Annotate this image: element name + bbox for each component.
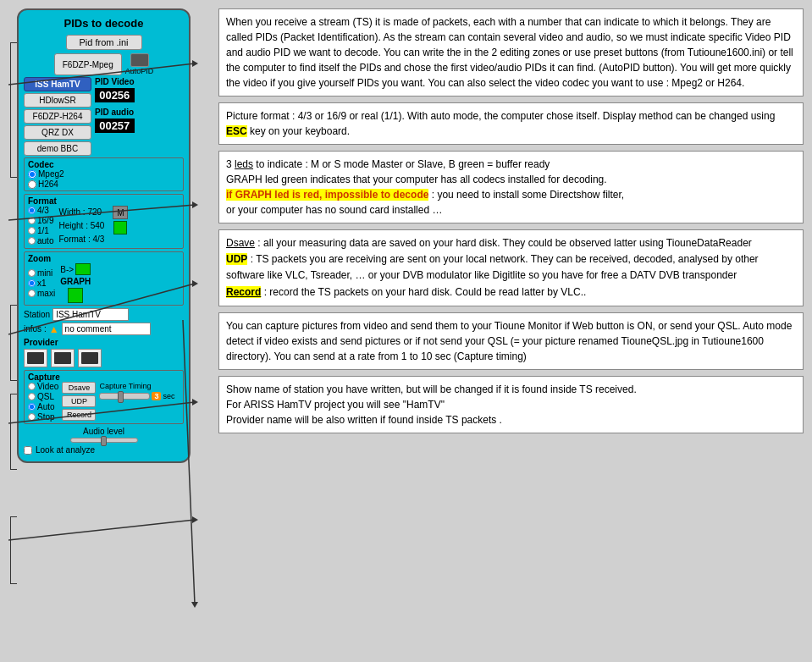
capture-qsl[interactable]: QSL [28, 392, 58, 401]
capture-section: Capture Video QSL Auto Stop Dsave UDP Re… [24, 370, 184, 424]
preset-iss-hamtv[interactable]: ISS HamTV [24, 77, 91, 91]
pid-audio-value[interactable]: 00257 [95, 119, 135, 133]
provider-icons-row [24, 349, 184, 367]
bracket-bot [10, 394, 17, 470]
dsave-button[interactable]: Dsave [62, 382, 96, 394]
info-box-6: Show name of station you have written, b… [218, 376, 804, 433]
info-text-3b: GRAPH led green indicates that your comp… [226, 172, 796, 187]
zoom-maxi[interactable]: maxi [28, 289, 55, 298]
zoom-x1[interactable]: x1 [28, 279, 55, 288]
preset-f6dzp-h264[interactable]: F6DZP-H264 [24, 109, 91, 124]
capture-video[interactable]: Video [28, 382, 58, 391]
info-text-6b: For ARISS HamTV project you will see "Ha… [226, 397, 796, 412]
capture-timing-label: Capture Timing [99, 382, 174, 390]
pid-from-ini-button[interactable]: Pid from .ini [66, 35, 142, 50]
bracket-mid [10, 305, 17, 381]
look-analyze-checkbox[interactable] [24, 446, 32, 455]
capture-auto[interactable]: Auto [28, 402, 58, 411]
codec-h264-option[interactable]: H264 [28, 179, 180, 189]
provider-icon-2[interactable] [51, 349, 75, 367]
format-11[interactable]: 1/1 [28, 226, 53, 235]
width-info: Width : 720 [58, 206, 104, 219]
codec-mpeg2-option[interactable]: Mpeg2 [28, 169, 180, 179]
zoom-label: Zoom [28, 254, 180, 263]
info-text-3a: 3 leds to indicate : M or S mode Master … [226, 157, 796, 172]
codec-label: Codec [28, 160, 180, 169]
timing-value: 3 [152, 392, 161, 400]
autopid-label: AutoPID [125, 67, 154, 75]
info-text-4c: Record : record the TS packets on your h… [226, 284, 796, 301]
right-panels: When you receive a stream (TS) it is mad… [218, 8, 804, 463]
format-info: Format : 4/3 [58, 233, 104, 246]
graph-warning: if GRAPH led is red, impossible to decod… [226, 189, 428, 201]
record-button[interactable]: Record [62, 409, 96, 421]
info-box-1: When you receive a stream (TS) it is mad… [218, 8, 804, 97]
b-led [75, 263, 91, 275]
svg-line-8 [8, 520, 195, 540]
graph-led [68, 288, 83, 303]
pid-video-value[interactable]: 00256 [95, 88, 135, 102]
tv-icon [130, 53, 149, 67]
provider-label: Provider [24, 338, 184, 347]
audio-slider[interactable] [70, 438, 138, 443]
infos-label: infos : [24, 324, 47, 334]
dsave-text: Dsave [226, 237, 255, 249]
timing-sec: sec [163, 392, 174, 400]
format-auto[interactable]: auto [28, 236, 53, 245]
bracket-last [10, 516, 17, 584]
codec-h264-radio[interactable] [28, 180, 36, 189]
timing-slider-thumb[interactable] [118, 391, 124, 403]
green-led-1 [113, 221, 127, 234]
look-analyze-label: Look at analyze [36, 445, 95, 455]
device-panel: PIDs to decode Pid from .ini F6DZP-Mpeg … [17, 8, 191, 463]
audio-slider-thumb[interactable] [101, 436, 107, 446]
preset-qrz-dx[interactable]: QRZ DX [24, 125, 91, 140]
svg-marker-11 [191, 602, 198, 608]
info-text-2: Picture format : 4/3 or 16/9 or real (1/… [226, 108, 796, 139]
svg-marker-9 [192, 516, 198, 523]
preset-demo-bbc[interactable]: demo BBC [24, 141, 91, 156]
info-text-6a: Show name of station you have written, b… [226, 382, 796, 397]
format-label: Format [28, 196, 180, 206]
info-box-3: 3 leds to indicate : M or S mode Master … [218, 151, 804, 223]
station-row: Station [24, 308, 184, 321]
capture-title: Capture [28, 372, 180, 382]
format-43[interactable]: 4/3 [28, 206, 53, 215]
info-text-4a: Dsave : all your measuring data are save… [226, 235, 796, 251]
record-text: Record [226, 286, 261, 298]
codec-mpeg2-radio[interactable] [28, 170, 36, 179]
info-text-1: When you receive a stream (TS) it is mad… [226, 14, 796, 91]
info-text-3c: if GRAPH led is red, impossible to decod… [226, 187, 796, 202]
b-arrow-section: B-> [60, 263, 91, 275]
autopid-section: AutoPID [125, 53, 154, 75]
preset-f6dzp-mpeg[interactable]: F6DZP-Mpeg [54, 53, 122, 75]
panel-title: PIDs to decode [24, 17, 184, 30]
m-indicator: M [113, 206, 128, 219]
height-info: Height : 540 [58, 219, 104, 233]
pid-video-label: PID Video [95, 77, 135, 86]
info-box-2: Picture format : 4/3 or 16/9 or real (1/… [218, 102, 804, 145]
udp-text: UDP [226, 253, 247, 265]
zoom-mini[interactable]: mini [28, 268, 55, 278]
codec-section: Codec Mpeg2 H264 [24, 157, 184, 191]
format-169[interactable]: 16/9 [28, 216, 53, 225]
format-section: Format 4/3 16/9 1/1 auto Width : 720 Hei… [24, 194, 184, 249]
info-box-4: Dsave : all your measuring data are save… [218, 229, 804, 306]
preset-hdlowsr[interactable]: HDlowSR [24, 93, 91, 108]
zoom-section: Zoom mini x1 maxi B-> GRAPH [24, 251, 184, 306]
pid-audio-label: PID audio [95, 108, 135, 117]
timing-slider[interactable] [99, 393, 150, 400]
info-box-5: You can capture pictures from video and … [218, 312, 804, 370]
infos-row: infos : ▲ [24, 323, 184, 335]
station-label: Station [24, 310, 50, 319]
provider-icon-1[interactable] [24, 349, 47, 367]
udp-button[interactable]: UDP [62, 395, 96, 407]
provider-icon-3[interactable] [78, 349, 102, 367]
look-analyze-row: Look at analyze [24, 445, 184, 455]
infos-input[interactable] [62, 323, 151, 335]
info-text-5: You can capture pictures from video and … [226, 318, 796, 364]
station-input[interactable] [52, 308, 129, 321]
graph-label: GRAPH [60, 277, 91, 286]
capture-stop[interactable]: Stop [28, 412, 58, 422]
warning-icon: ▲ [49, 323, 59, 335]
